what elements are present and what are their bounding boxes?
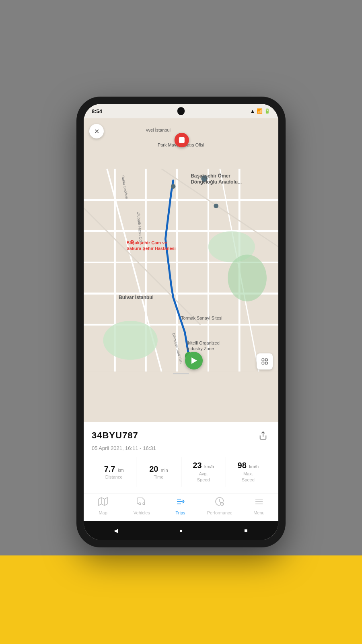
stat-time-value: 20 min <box>149 464 168 474</box>
map-svg <box>84 118 278 422</box>
status-time: 8:54 <box>92 108 102 114</box>
share-button[interactable] <box>256 428 270 443</box>
trip-detail-panel: 34BYU787 05 April 2021, 16:11 - 16:31 7.… <box>84 422 278 493</box>
stat-distance-label: Distance <box>105 475 123 479</box>
svg-point-32 <box>139 503 141 505</box>
stats-row: 7.7 km Distance 20 min Time 23 km/h <box>92 457 270 487</box>
svg-rect-25 <box>265 359 267 361</box>
home-button[interactable]: ● <box>176 526 186 535</box>
svg-point-22 <box>214 204 218 208</box>
expand-button[interactable] <box>257 353 273 369</box>
stat-time: 20 min Time <box>136 457 181 487</box>
stat-avg-speed-value: 23 km/h <box>193 461 214 470</box>
svg-rect-24 <box>262 359 264 361</box>
camera <box>177 108 185 115</box>
battery-icon: 🔋 <box>264 108 270 114</box>
nav-vehicles[interactable]: Vehicles <box>130 497 154 515</box>
stat-avg-speed-label: Avg.Speed <box>197 471 210 483</box>
vehicles-icon <box>137 497 146 509</box>
signal-icon: 📶 <box>257 108 263 114</box>
license-plate: 34BYU787 <box>92 430 138 441</box>
nav-performance[interactable]: Performance <box>207 497 232 515</box>
trips-icon <box>176 497 185 509</box>
nav-performance-label: Performance <box>207 510 232 515</box>
trip-header: 34BYU787 <box>92 428 270 443</box>
phone-shell: 8:54 ▲ 📶 🔋 <box>76 97 286 547</box>
svg-point-16 <box>228 254 267 301</box>
nav-map[interactable]: Map <box>91 497 115 515</box>
background-yellow <box>0 555 362 644</box>
stat-max-speed-value: 98 km/h <box>238 461 259 470</box>
drag-handle[interactable] <box>173 373 189 374</box>
stat-max-speed-label: Max.Speed <box>242 471 255 483</box>
screen: 8:54 ▲ 📶 🔋 <box>84 104 278 540</box>
svg-rect-26 <box>262 362 264 364</box>
status-icons: ▲ 📶 🔋 <box>250 108 270 114</box>
bottom-nav: Map Vehicles <box>84 493 278 521</box>
svg-point-33 <box>143 503 145 505</box>
performance-icon <box>215 497 224 509</box>
nav-vehicles-label: Vehicles <box>134 510 150 515</box>
nav-menu-label: Menu <box>253 510 265 515</box>
map-icon <box>98 497 108 509</box>
stat-max-speed: 98 km/h Max.Speed <box>226 457 270 487</box>
nav-menu[interactable]: Menu <box>247 497 271 515</box>
stat-avg-speed: 23 km/h Avg.Speed <box>181 457 226 487</box>
nav-trips-label: Trips <box>175 510 185 515</box>
menu-icon <box>254 497 264 509</box>
map-area: ✕ vvel İstanbul Park Mavera Satış Ofisi … <box>84 118 278 422</box>
svg-marker-29 <box>99 497 107 506</box>
stat-distance: 7.7 km Distance <box>92 457 136 487</box>
nav-map-label: Map <box>99 510 107 515</box>
trip-date: 05 April 2021, 16:11 - 16:31 <box>92 445 270 451</box>
stat-time-label: Time <box>154 475 163 479</box>
stop-recording-button[interactable] <box>175 133 189 147</box>
wifi-icon: ▲ <box>250 108 255 114</box>
nav-trips[interactable]: Trips <box>169 497 193 515</box>
android-nav-bar: ◀ ● ■ <box>84 521 278 540</box>
svg-point-21 <box>171 184 176 189</box>
recent-button[interactable]: ■ <box>241 526 251 535</box>
svg-rect-27 <box>265 362 267 364</box>
back-button[interactable]: ◀ <box>111 526 121 535</box>
stat-distance-value: 7.7 km <box>104 464 124 474</box>
svg-point-17 <box>103 321 158 360</box>
close-button[interactable]: ✕ <box>89 124 104 138</box>
play-button[interactable] <box>185 352 203 369</box>
